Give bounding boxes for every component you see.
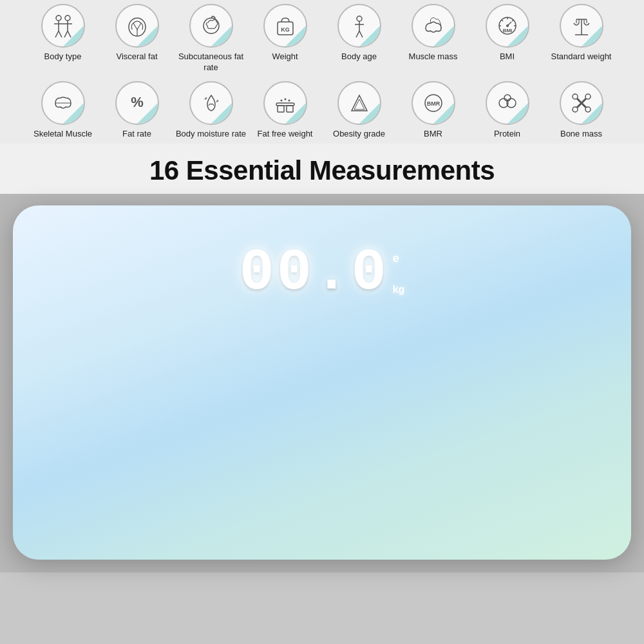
- skeletal-muscle-label: Skeletal Muscle: [33, 129, 92, 140]
- svg-point-54: [585, 94, 591, 99]
- scale-device: 00.0 e kg: [13, 205, 631, 560]
- body-type-label: Body type: [44, 52, 82, 62]
- weight-icon: KG: [263, 4, 307, 48]
- page: { "heading": "16 Essential Measurements"…: [0, 0, 644, 644]
- bmi-item: BMI BMI: [470, 4, 544, 73]
- led-superscript: e: [393, 252, 405, 265]
- svg-point-44: [284, 98, 286, 100]
- muscle-mass-item: Muscle mass: [396, 4, 470, 73]
- body-type-icon: [41, 4, 85, 48]
- body-type-item: Body type: [26, 4, 100, 73]
- main-heading: 16 Essential Measurements: [0, 155, 644, 186]
- svg-line-3: [55, 31, 59, 37]
- bone-icon: [560, 81, 603, 125]
- heading-section: 16 Essential Measurements: [0, 144, 644, 194]
- svg-point-55: [573, 107, 578, 112]
- svg-line-13: [213, 16, 215, 17]
- standard-weight-label: Standard weight: [551, 52, 612, 62]
- standard-weight-item: Standard weight: [544, 4, 618, 73]
- subcutaneous-fat-label: Subcutaneous fat rate: [174, 52, 248, 73]
- svg-line-4: [59, 31, 62, 37]
- moisture-icon: [189, 81, 233, 125]
- icon-row-1: Body type Visceral fat: [0, 0, 644, 77]
- visceral-fat-icon: [115, 4, 159, 48]
- led-display: 00.0 e kg: [240, 244, 405, 302]
- bmi-label: BMI: [500, 52, 515, 62]
- svg-point-5: [65, 15, 70, 21]
- svg-line-14: [214, 17, 215, 20]
- skeletal-muscle-item: Skeletal Muscle: [26, 81, 100, 140]
- bmi-icon: BMI: [486, 4, 529, 48]
- protein-label: Protein: [494, 129, 520, 140]
- fat-free-icon: [263, 81, 307, 125]
- svg-point-45: [288, 99, 290, 101]
- led-subscript: kg: [393, 284, 405, 296]
- bmr-icon: BMR: [412, 81, 455, 125]
- muscle-mass-label: Muscle mass: [409, 52, 458, 62]
- body-moisture-item: Body moisture rate: [174, 81, 248, 140]
- visceral-fat-label: Visceral fat: [116, 52, 157, 62]
- bone-mass-label: Bone mass: [560, 129, 602, 140]
- bmr-item: BMR BMR: [396, 81, 470, 140]
- muscle-icon: [412, 4, 455, 48]
- weight-item: KG Weight: [248, 4, 322, 73]
- body-moisture-label: Body moisture rate: [176, 129, 246, 140]
- fat-free-weight-item: Fat free weight: [248, 81, 322, 140]
- svg-line-26: [502, 20, 503, 21]
- obesity-grade-label: Obesity grade: [333, 129, 385, 140]
- icon-row-2: Skeletal Muscle % Fat rate: [0, 77, 644, 144]
- fat-rate-label: Fat rate: [122, 129, 151, 140]
- protein-icon: [486, 81, 529, 125]
- svg-point-17: [357, 16, 362, 21]
- body-age-icon: [337, 4, 381, 48]
- fat-free-weight-label: Fat free weight: [258, 129, 313, 140]
- body-age-label: Body age: [341, 52, 377, 62]
- skeletal-icon: [41, 81, 85, 125]
- obesity-icon: [337, 81, 381, 125]
- obesity-grade-item: Obesity grade: [322, 81, 396, 140]
- bone-mass-item: Bone mass: [544, 81, 618, 140]
- svg-point-43: [280, 99, 282, 101]
- svg-line-27: [512, 20, 513, 21]
- subcutaneous-icon: [189, 4, 233, 48]
- svg-rect-41: [278, 106, 284, 112]
- fat-rate-item: % Fat rate: [100, 81, 174, 140]
- body-age-item: Body age: [322, 4, 396, 73]
- led-digits: 00.0: [240, 244, 389, 302]
- scale-icon: [560, 4, 603, 48]
- visceral-fat-item: Visceral fat: [100, 4, 174, 73]
- svg-point-53: [573, 94, 578, 99]
- fat-rate-icon: %: [115, 81, 159, 125]
- subcutaneous-fat-item: Subcutaneous fat rate: [174, 4, 248, 73]
- svg-point-0: [56, 15, 61, 21]
- weight-label: Weight: [272, 52, 298, 62]
- protein-item: Protein: [470, 81, 544, 140]
- bmr-label: BMR: [424, 129, 442, 140]
